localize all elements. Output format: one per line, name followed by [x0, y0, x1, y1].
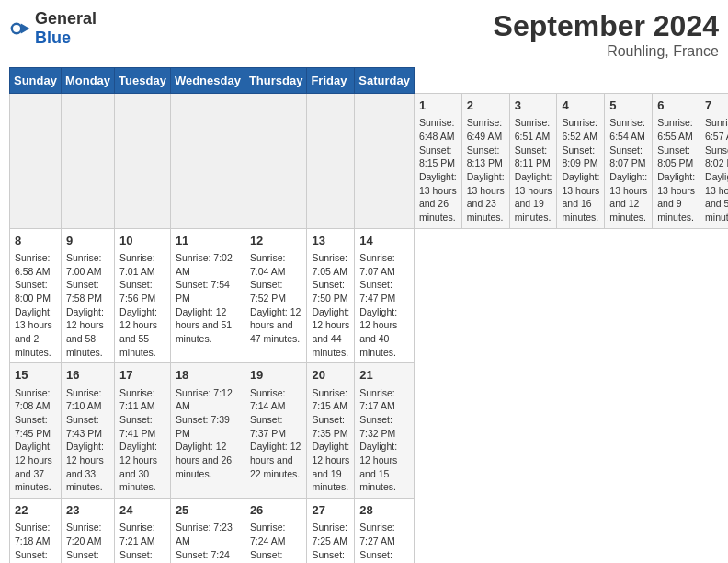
- calendar-cell: [61, 94, 114, 229]
- calendar-cell: 6Sunrise: 6:55 AMSunset: 8:05 PMDaylight…: [653, 94, 700, 229]
- calendar-table: SundayMondayTuesdayWednesdayThursdayFrid…: [9, 67, 728, 563]
- week-row-3: 15Sunrise: 7:08 AMSunset: 7:45 PMDayligh…: [10, 363, 729, 499]
- day-info: Sunrise: 7:05 AMSunset: 7:50 PMDaylight:…: [312, 251, 349, 360]
- day-header-thursday: Thursday: [245, 68, 307, 94]
- day-info: Sunrise: 6:55 AMSunset: 8:05 PMDaylight:…: [657, 116, 695, 224]
- day-number: 17: [119, 367, 165, 384]
- day-number: 13: [312, 233, 349, 249]
- day-info: Sunrise: 7:25 AMSunset: 7:20 PMDaylight:…: [312, 521, 349, 563]
- day-info: Sunrise: 7:10 AMSunset: 7:43 PMDaylight:…: [66, 386, 109, 495]
- calendar-cell: 9Sunrise: 7:00 AMSunset: 7:58 PMDaylight…: [61, 228, 114, 363]
- calendar-cell: [170, 94, 245, 229]
- day-info: Sunrise: 6:52 AMSunset: 8:09 PMDaylight:…: [562, 116, 599, 224]
- day-number: 11: [176, 233, 240, 249]
- calendar-cell: 17Sunrise: 7:11 AMSunset: 7:41 PMDayligh…: [115, 363, 171, 499]
- calendar-cell: 10Sunrise: 7:01 AMSunset: 7:56 PMDayligh…: [115, 228, 171, 363]
- day-info: Sunrise: 7:14 AMSunset: 7:37 PMDaylight:…: [250, 386, 302, 481]
- day-number: 16: [66, 367, 109, 384]
- calendar-cell: 23Sunrise: 7:20 AMSunset: 7:28 PMDayligh…: [61, 499, 114, 563]
- calendar-cell: [355, 94, 415, 229]
- calendar-cell: 7Sunrise: 6:57 AMSunset: 8:02 PMDaylight…: [700, 94, 728, 229]
- day-info: Sunrise: 7:02 AMSunset: 7:54 PMDaylight:…: [176, 251, 240, 346]
- calendar-cell: 3Sunrise: 6:51 AMSunset: 8:11 PMDaylight…: [509, 94, 557, 229]
- day-info: Sunrise: 7:15 AMSunset: 7:35 PMDaylight:…: [312, 386, 349, 495]
- calendar-cell: 14Sunrise: 7:07 AMSunset: 7:47 PMDayligh…: [355, 228, 415, 363]
- svg-marker-1: [21, 23, 30, 33]
- day-number: 1: [419, 98, 457, 114]
- calendar-cell: 20Sunrise: 7:15 AMSunset: 7:35 PMDayligh…: [307, 363, 355, 499]
- calendar-cell: 15Sunrise: 7:08 AMSunset: 7:45 PMDayligh…: [10, 363, 62, 499]
- day-number: 12: [250, 233, 302, 249]
- logo-icon: [9, 17, 31, 40]
- calendar-cell: 1Sunrise: 6:48 AMSunset: 8:15 PMDaylight…: [414, 94, 461, 229]
- calendar-cell: 25Sunrise: 7:23 AMSunset: 7:24 PMDayligh…: [170, 499, 245, 563]
- logo-blue-text: Blue: [35, 29, 71, 47]
- day-info: Sunrise: 7:21 AMSunset: 7:26 PMDaylight:…: [119, 521, 165, 563]
- day-number: 18: [176, 367, 240, 384]
- day-number: 2: [467, 98, 505, 114]
- calendar-cell: 24Sunrise: 7:21 AMSunset: 7:26 PMDayligh…: [115, 499, 171, 563]
- day-info: Sunrise: 7:18 AMSunset: 7:30 PMDaylight:…: [15, 521, 56, 563]
- title-area: September 2024 Rouhling, France: [494, 9, 719, 60]
- day-number: 21: [359, 367, 409, 384]
- day-info: Sunrise: 7:17 AMSunset: 7:32 PMDaylight:…: [359, 386, 409, 495]
- day-info: Sunrise: 7:12 AMSunset: 7:39 PMDaylight:…: [176, 386, 240, 481]
- svg-point-2: [13, 25, 20, 32]
- day-number: 19: [250, 367, 302, 384]
- calendar-cell: 5Sunrise: 6:54 AMSunset: 8:07 PMDaylight…: [605, 94, 653, 229]
- calendar-cell: 4Sunrise: 6:52 AMSunset: 8:09 PMDaylight…: [557, 94, 605, 229]
- calendar-cell: 21Sunrise: 7:17 AMSunset: 7:32 PMDayligh…: [355, 363, 415, 499]
- day-number: 22: [15, 502, 56, 519]
- day-number: 20: [312, 367, 349, 384]
- day-info: Sunrise: 7:08 AMSunset: 7:45 PMDaylight:…: [15, 386, 56, 495]
- day-header-monday: Monday: [61, 68, 114, 94]
- day-info: Sunrise: 7:01 AMSunset: 7:56 PMDaylight:…: [119, 251, 165, 360]
- day-number: 3: [515, 98, 552, 114]
- calendar-cell: [245, 94, 307, 229]
- day-info: Sunrise: 7:24 AMSunset: 7:22 PMDaylight:…: [250, 521, 302, 563]
- day-number: 27: [312, 502, 349, 519]
- week-row-1: 1Sunrise: 6:48 AMSunset: 8:15 PMDaylight…: [10, 94, 729, 229]
- calendar-cell: 13Sunrise: 7:05 AMSunset: 7:50 PMDayligh…: [307, 228, 355, 363]
- calendar-cell: 2Sunrise: 6:49 AMSunset: 8:13 PMDaylight…: [461, 94, 509, 229]
- day-number: 8: [15, 233, 56, 249]
- day-info: Sunrise: 6:49 AMSunset: 8:13 PMDaylight:…: [467, 116, 505, 224]
- calendar-cell: 26Sunrise: 7:24 AMSunset: 7:22 PMDayligh…: [245, 499, 307, 563]
- day-number: 10: [119, 233, 165, 249]
- calendar-cell: 8Sunrise: 6:58 AMSunset: 8:00 PMDaylight…: [10, 228, 62, 363]
- calendar-cell: 27Sunrise: 7:25 AMSunset: 7:20 PMDayligh…: [307, 499, 355, 563]
- day-info: Sunrise: 6:51 AMSunset: 8:11 PMDaylight:…: [515, 116, 552, 224]
- calendar-cell: 11Sunrise: 7:02 AMSunset: 7:54 PMDayligh…: [170, 228, 245, 363]
- day-header-saturday: Saturday: [355, 68, 415, 94]
- day-number: 4: [562, 98, 599, 114]
- calendar-cell: 22Sunrise: 7:18 AMSunset: 7:30 PMDayligh…: [10, 499, 62, 563]
- calendar-cell: 12Sunrise: 7:04 AMSunset: 7:52 PMDayligh…: [245, 228, 307, 363]
- day-info: Sunrise: 6:54 AMSunset: 8:07 PMDaylight:…: [609, 116, 647, 224]
- calendar-cell: 19Sunrise: 7:14 AMSunset: 7:37 PMDayligh…: [245, 363, 307, 499]
- calendar-cell: [10, 94, 62, 229]
- calendar-cell: 18Sunrise: 7:12 AMSunset: 7:39 PMDayligh…: [170, 363, 245, 499]
- day-info: Sunrise: 6:58 AMSunset: 8:00 PMDaylight:…: [15, 251, 56, 360]
- day-number: 7: [705, 98, 728, 114]
- day-header-sunday: Sunday: [10, 68, 62, 94]
- day-info: Sunrise: 6:57 AMSunset: 8:02 PMDaylight:…: [705, 116, 728, 224]
- calendar-cell: [307, 94, 355, 229]
- day-info: Sunrise: 6:48 AMSunset: 8:15 PMDaylight:…: [419, 116, 457, 224]
- calendar-cell: [115, 94, 171, 229]
- day-number: 14: [359, 233, 409, 249]
- week-row-4: 22Sunrise: 7:18 AMSunset: 7:30 PMDayligh…: [10, 499, 729, 563]
- day-header-friday: Friday: [307, 68, 355, 94]
- day-header-tuesday: Tuesday: [115, 68, 171, 94]
- day-number: 23: [66, 502, 109, 519]
- day-number: 28: [359, 502, 409, 519]
- day-number: 5: [609, 98, 647, 114]
- week-row-2: 8Sunrise: 6:58 AMSunset: 8:00 PMDaylight…: [10, 228, 729, 363]
- day-number: 6: [657, 98, 695, 114]
- calendar-cell: 16Sunrise: 7:10 AMSunset: 7:43 PMDayligh…: [61, 363, 114, 499]
- day-info: Sunrise: 7:11 AMSunset: 7:41 PMDaylight:…: [119, 386, 165, 495]
- day-info: Sunrise: 7:07 AMSunset: 7:47 PMDaylight:…: [359, 251, 409, 360]
- day-info: Sunrise: 7:04 AMSunset: 7:52 PMDaylight:…: [250, 251, 302, 346]
- day-info: Sunrise: 7:27 AMSunset: 7:17 PMDaylight:…: [359, 521, 409, 563]
- logo: General Blue: [9, 9, 97, 48]
- day-number: 15: [15, 367, 56, 384]
